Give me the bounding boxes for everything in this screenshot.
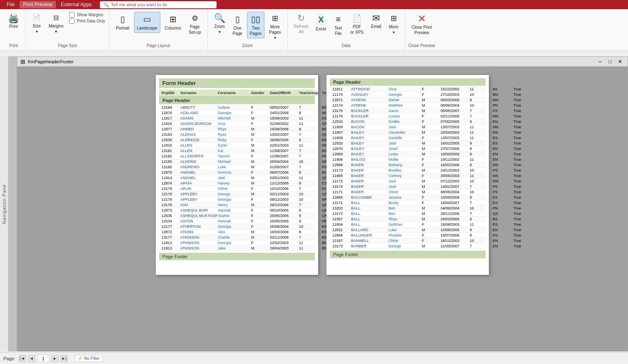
landscape-icon: ▭: [143, 14, 151, 25]
close-print-preview-button[interactable]: ✕ Close Print Preview: [409, 12, 435, 37]
show-margins-checkbox[interactable]: [69, 12, 75, 17]
zoom-label: Zoom: [214, 24, 225, 29]
show-margins-row[interactable]: Show Margins: [68, 12, 106, 18]
size-dropdown-icon: ▾: [36, 29, 38, 34]
zoom-group-label: Zoom: [242, 43, 253, 49]
excel-icon: X: [317, 14, 325, 25]
print-label: Print: [9, 24, 18, 29]
margins-dropdown-icon: ▾: [55, 29, 57, 34]
data-btns: ↻ Refresh All X Excel ≡ Text File 📄 PDF …: [291, 12, 401, 43]
ribbon-group-pagelayout: ▯ Portrait ▭ Landscape ⊞ Columns ⚙ Page …: [110, 10, 207, 50]
more-data-icon: ⊞: [391, 14, 397, 23]
pagesize-group-label: Page Size: [58, 43, 77, 49]
refresh-icon: ↻: [297, 14, 305, 23]
one-page-button[interactable]: ▯ One Page: [230, 12, 245, 38]
size-button[interactable]: 📄 Size ▾: [29, 12, 44, 36]
close-preview-group-label: Close Preview: [409, 43, 435, 49]
text-file-icon: ≡: [336, 14, 341, 25]
columns-icon: ⊞: [169, 14, 177, 25]
excel-label: Excel: [316, 26, 326, 32]
menu-external-apps[interactable]: External Apps: [57, 1, 95, 8]
zoom-dropdown-icon: ▾: [219, 29, 221, 35]
pagelayout-btns: ▯ Portrait ▭ Landscape ⊞ Columns ⚙ Page …: [113, 12, 204, 43]
show-margins-label: Show Margins: [77, 12, 103, 17]
size-icon: 📄: [32, 14, 41, 22]
more-pages-dropdown-icon: ▾: [274, 35, 276, 40]
portrait-label: Portrait: [116, 25, 129, 31]
two-pages-icon: ▯▯: [251, 14, 260, 25]
print-button[interactable]: 🖨️ Print: [5, 12, 22, 31]
title-bar: File Print Preview External Apps 🔍 Tell …: [0, 0, 628, 9]
close-preview-label: Close Print Preview: [411, 25, 432, 35]
more-data-button[interactable]: ⊞ More ▾: [386, 12, 401, 37]
page-setup-button[interactable]: ⚙ Page Set-up: [186, 12, 204, 37]
print-data-only-label: Print Data Only: [77, 19, 105, 23]
more-pages-button[interactable]: ⊞ More Pages ▾: [266, 12, 284, 42]
menu-print-preview[interactable]: Print Preview: [20, 1, 56, 8]
print-btns: 🖨️ Print: [5, 12, 22, 43]
margins-button[interactable]: ⊟ Margins ▾: [46, 12, 67, 36]
more-pages-label: More Pages: [269, 24, 281, 35]
pagelayout-group-label: Page Layout: [147, 43, 170, 49]
ribbon-group-close-preview: ✕ Close Print Preview Close Preview: [405, 10, 439, 50]
text-file-label: Text File: [334, 25, 342, 36]
print-data-only-row[interactable]: Print Data Only: [68, 18, 106, 24]
more-data-dropdown-icon: ▾: [393, 30, 395, 35]
close-preview-icon: ✕: [418, 14, 426, 24]
search-icon: 🔍: [103, 2, 109, 7]
columns-label: Columns: [165, 25, 181, 31]
close-preview-btns: ✕ Close Print Preview: [409, 12, 435, 43]
more-pages-icon: ⊞: [272, 14, 278, 23]
email-button[interactable]: ✉ Email: [368, 12, 384, 31]
two-pages-label: Two Pages: [250, 25, 262, 36]
landscape-button[interactable]: ▭ Landscape: [134, 12, 160, 33]
refresh-label: Refresh All: [294, 24, 309, 35]
page-setup-icon: ⚙: [192, 14, 198, 23]
columns-button[interactable]: ⊞ Columns: [162, 12, 184, 33]
two-pages-button[interactable]: ▯▯ Two Pages: [247, 12, 264, 38]
printer-icon: 🖨️: [8, 14, 19, 23]
one-page-icon: ▯: [235, 14, 240, 25]
ribbon-group-print: 🖨️ Print Print: [2, 10, 26, 50]
page-setup-label: Page Set-up: [189, 24, 201, 35]
pdf-xps-button[interactable]: 📄 PDF or XPS: [347, 12, 366, 37]
margins-label: Margins: [49, 23, 64, 29]
zoom-icon: 🔍: [214, 14, 225, 23]
ribbon: 🖨️ Print Print 📄 Size ▾ ⊟ Margins ▾ Show…: [0, 9, 628, 51]
pdf-xps-icon: 📄: [352, 14, 361, 23]
refresh-all-button[interactable]: ↻ Refresh All: [291, 12, 312, 37]
print-data-only-checkbox[interactable]: [69, 18, 75, 24]
menu-bar: File Print Preview External Apps: [3, 1, 95, 8]
text-file-button[interactable]: ≡ Text File: [331, 12, 346, 38]
email-label: Email: [371, 24, 381, 29]
pdf-xps-label: PDF or XPS: [350, 24, 364, 35]
menu-file[interactable]: File: [3, 1, 18, 8]
landscape-label: Landscape: [137, 25, 157, 31]
pagesize-btns: 📄 Size ▾ ⊟ Margins ▾ Show Margins Print …: [29, 12, 106, 43]
search-bar[interactable]: 🔍 Tell me what you want to do: [100, 1, 217, 8]
data-group-label: Data: [342, 43, 351, 49]
ribbon-group-data: ↻ Refresh All X Excel ≡ Text File 📄 PDF …: [288, 10, 405, 50]
portrait-icon: ▯: [120, 14, 125, 25]
portrait-button[interactable]: ▯ Portrait: [113, 12, 132, 33]
print-group-label: Print: [9, 43, 18, 49]
search-placeholder: Tell me what you want to do: [111, 2, 167, 7]
margins-icon: ⊟: [53, 14, 59, 22]
excel-button[interactable]: X Excel: [313, 12, 329, 34]
email-icon: ✉: [372, 14, 380, 23]
one-page-label: One Page: [233, 25, 242, 36]
zoom-button[interactable]: 🔍 Zoom ▾: [211, 12, 228, 37]
zoom-btns: 🔍 Zoom ▾ ▯ One Page ▯▯ Two Pages ⊞ More …: [211, 12, 284, 43]
more-data-label: More: [389, 24, 399, 30]
size-label: Size: [32, 23, 40, 29]
ribbon-group-zoom: 🔍 Zoom ▾ ▯ One Page ▯▯ Two Pages ⊞ More …: [208, 10, 288, 50]
pagesize-checkboxes: Show Margins Print Data Only: [68, 12, 106, 24]
ribbon-group-pagesize: 📄 Size ▾ ⊟ Margins ▾ Show Margins Print …: [26, 10, 110, 50]
